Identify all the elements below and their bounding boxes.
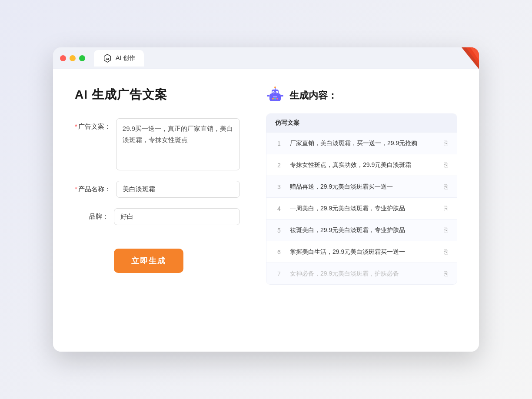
browser-window: AI AI 创作 AI 生成广告文案 *广告文案： 29.9买一送一，真正的厂家… — [53, 47, 479, 352]
ad-copy-input[interactable]: 29.9买一送一，真正的厂家直销，美白淡斑霜，专抹女性斑点 — [116, 118, 240, 170]
svg-rect-15 — [281, 95, 283, 96]
result-item-text: 女神必备，29.9元美白淡斑霜，护肤必备 — [290, 269, 437, 278]
copy-icon[interactable]: ⎘ — [444, 161, 448, 169]
browser-titlebar: AI AI 创作 — [53, 47, 479, 69]
svg-rect-14 — [267, 95, 269, 96]
copy-icon[interactable]: ⎘ — [444, 226, 448, 234]
ai-tab-label: AI 创作 — [116, 54, 135, 62]
close-button[interactable] — [60, 55, 66, 61]
result-item-text: 专抹女性斑点，真实功效，29.9元美白淡斑霜 — [290, 160, 437, 170]
browser-content: AI 生成广告文案 *广告文案： 29.9买一送一，真正的厂家直销，美白淡斑霜，… — [53, 69, 479, 352]
result-item-num: 7 — [275, 270, 283, 277]
result-item-text: 赠品再送，29.9元美白淡斑霜买一送一 — [290, 182, 437, 191]
copy-icon[interactable]: ⎘ — [444, 183, 448, 191]
page-title: AI 生成广告文案 — [75, 86, 240, 103]
ad-copy-row: *广告文案： 29.9买一送一，真正的厂家直销，美白淡斑霜，专抹女性斑点 — [75, 118, 240, 170]
result-item-text: 一周美白，29.9元美白淡斑霜，专业护肤品 — [290, 204, 437, 213]
result-item-num: 3 — [275, 183, 283, 190]
result-table: 仿写文案 1厂家直销，美白淡斑霜，买一送一，29.9元抢购⎘2专抹女性斑点，真实… — [266, 113, 457, 285]
copy-icon[interactable]: ⎘ — [444, 270, 448, 278]
traffic-lights — [60, 55, 85, 61]
ai-tab[interactable]: AI AI 创作 — [94, 50, 144, 66]
result-item: 3赠品再送，29.9元美白淡斑霜买一送一⎘ — [266, 176, 457, 197]
copy-icon[interactable]: ⎘ — [444, 140, 448, 147]
svg-point-17 — [274, 98, 276, 100]
copy-icon[interactable]: ⎘ — [444, 248, 448, 256]
left-panel: AI 生成广告文案 *广告文案： 29.9买一送一，真正的厂家直销，美白淡斑霜，… — [75, 86, 240, 330]
result-table-header: 仿写文案 — [266, 114, 457, 132]
result-item: 6掌握美白生活，29.9元美白淡斑霜买一送一⎘ — [266, 241, 457, 263]
result-item-num: 6 — [275, 249, 283, 256]
maximize-button[interactable] — [79, 55, 85, 61]
right-panel: 生成内容： 仿写文案 1厂家直销，美白淡斑霜，买一送一，29.9元抢购⎘2专抹女… — [266, 86, 457, 330]
result-item: 4一周美白，29.9元美白淡斑霜，专业护肤品⎘ — [266, 197, 457, 219]
result-header: 生成内容： — [266, 86, 457, 105]
result-item: 7女神必备，29.9元美白淡斑霜，护肤必备⎘ — [266, 263, 457, 284]
result-item: 2专抹女性斑点，真实功效，29.9元美白淡斑霜⎘ — [266, 154, 457, 176]
result-item: 1厂家直销，美白淡斑霜，买一送一，29.9元抢购⎘ — [266, 132, 457, 154]
svg-text:AI: AI — [106, 57, 109, 60]
product-name-input[interactable] — [116, 181, 240, 198]
svg-point-16 — [272, 98, 274, 100]
result-title: 生成内容： — [289, 89, 337, 102]
brand-row: 品牌： — [75, 208, 240, 225]
result-item: 5祛斑美白，29.9元美白淡斑霜，专业护肤品⎘ — [266, 219, 457, 241]
ad-copy-label: *广告文案： — [75, 118, 116, 131]
product-name-row: *产品名称： — [75, 181, 240, 198]
brand-input[interactable] — [114, 208, 240, 225]
svg-rect-13 — [273, 96, 277, 97]
result-item-text: 祛斑美白，29.9元美白淡斑霜，专业护肤品 — [290, 226, 437, 235]
result-item-num: 4 — [275, 205, 283, 212]
product-name-label: *产品名称： — [75, 181, 116, 193]
result-item-text: 厂家直销，美白淡斑霜，买一送一，29.9元抢购 — [290, 139, 437, 148]
copy-icon[interactable]: ⎘ — [444, 205, 448, 213]
svg-point-18 — [276, 98, 278, 100]
ai-tab-icon: AI — [103, 53, 112, 63]
ad-copy-required: * — [75, 123, 77, 130]
result-item-num: 2 — [275, 162, 283, 169]
result-item-num: 1 — [275, 140, 283, 147]
result-items-container: 1厂家直销，美白淡斑霜，买一送一，29.9元抢购⎘2专抹女性斑点，真实功效，29… — [266, 132, 457, 284]
result-item-text: 掌握美白生活，29.9元美白淡斑霜买一送一 — [290, 247, 437, 256]
generate-button[interactable]: 立即生成 — [114, 249, 183, 273]
brand-label: 品牌： — [75, 208, 114, 221]
result-item-num: 5 — [275, 227, 283, 234]
svg-point-11 — [273, 92, 274, 93]
svg-point-12 — [276, 92, 277, 93]
robot-icon — [266, 86, 284, 105]
product-name-required: * — [75, 185, 77, 193]
svg-point-8 — [274, 86, 276, 88]
minimize-button[interactable] — [70, 55, 76, 61]
